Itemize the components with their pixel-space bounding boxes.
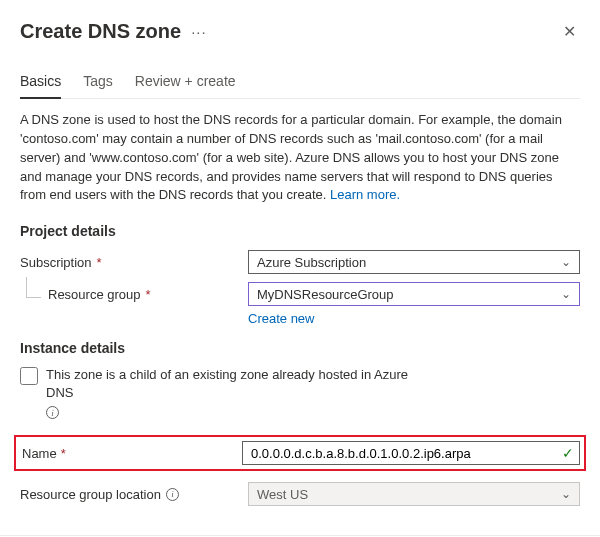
- tab-tags[interactable]: Tags: [83, 73, 113, 98]
- name-input[interactable]: [242, 441, 580, 465]
- learn-more-link[interactable]: Learn more.: [330, 187, 400, 202]
- description-text: A DNS zone is used to host the DNS recor…: [20, 111, 580, 205]
- check-icon: ✓: [562, 445, 574, 461]
- resource-group-value: MyDNSResourceGroup: [257, 287, 394, 302]
- chevron-down-icon: ⌄: [561, 255, 571, 269]
- create-new-link[interactable]: Create new: [248, 311, 314, 326]
- close-icon[interactable]: ✕: [559, 18, 580, 45]
- subscription-select[interactable]: Azure Subscription ⌄: [248, 250, 580, 274]
- page-title: Create DNS zone: [20, 20, 181, 43]
- tab-basics[interactable]: Basics: [20, 73, 61, 99]
- tab-review-create[interactable]: Review + create: [135, 73, 236, 98]
- info-icon[interactable]: i: [166, 488, 179, 501]
- child-zone-checkbox[interactable]: [20, 367, 38, 385]
- name-label: Name*: [20, 446, 242, 461]
- resource-group-select[interactable]: MyDNSResourceGroup ⌄: [248, 282, 580, 306]
- more-icon[interactable]: ···: [191, 23, 207, 40]
- description-body: A DNS zone is used to host the DNS recor…: [20, 112, 562, 202]
- name-row-highlight: Name* ✓: [14, 435, 586, 471]
- chevron-down-icon: ⌄: [561, 487, 571, 501]
- subscription-value: Azure Subscription: [257, 255, 366, 270]
- chevron-down-icon: ⌄: [561, 287, 571, 301]
- project-details-heading: Project details: [20, 223, 580, 239]
- child-zone-label: This zone is a child of an existing zone…: [46, 366, 426, 419]
- location-select: West US ⌄: [248, 482, 580, 506]
- tab-bar: Basics Tags Review + create: [20, 73, 580, 99]
- resource-group-label: Resource group*: [20, 287, 248, 302]
- info-icon[interactable]: i: [46, 406, 59, 419]
- location-label: Resource group location i: [20, 487, 248, 502]
- location-value: West US: [257, 487, 308, 502]
- subscription-label: Subscription*: [20, 255, 248, 270]
- instance-details-heading: Instance details: [20, 340, 580, 356]
